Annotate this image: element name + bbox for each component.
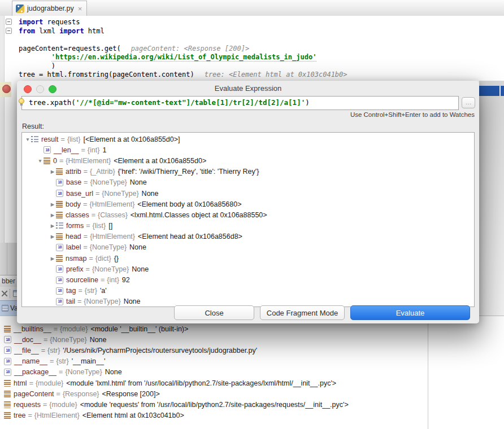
tree-row[interactable]: 18__len__={int}1: [22, 145, 474, 155]
tree-row[interactable]: ▼0={HtmlElement}<Element a at 0x106a855d…: [22, 155, 474, 166]
variable-name: head: [66, 233, 81, 240]
window-right-edge: [479, 81, 504, 316]
equals-sign: =: [83, 200, 87, 208]
minimize-window-icon[interactable]: [36, 85, 44, 93]
tree-row[interactable]: ▶nsmap={dict}{}: [22, 253, 474, 264]
expander-icon[interactable]: ▼: [24, 137, 31, 142]
tab-judograbber[interactable]: judograbber.py ×: [12, 1, 87, 16]
variable-type: {NoneType}: [92, 265, 129, 273]
expander-icon[interactable]: ▶: [49, 212, 56, 218]
expander-icon[interactable]: ▶: [49, 169, 56, 174]
tree-row[interactable]: ▶attrib={_Attrib}{'href': '/wiki/Thierry…: [22, 167, 474, 177]
equals-sign: =: [86, 222, 90, 230]
variable-row[interactable]: 18__package__={NoneType}None: [2, 367, 504, 378]
zoom-window-icon[interactable]: [49, 85, 57, 93]
python-file-icon: [16, 5, 24, 13]
variable-value: []: [108, 222, 112, 230]
close-button[interactable]: Close: [174, 305, 254, 320]
tree-row[interactable]: ▶forms={list}[]: [22, 221, 474, 231]
list-icon: [31, 136, 38, 143]
variable-type: {list}: [67, 135, 81, 143]
equals-sign: =: [86, 265, 90, 273]
close-icon[interactable]: ×: [78, 5, 82, 12]
tree-row[interactable]: 18sourceline={int}92: [22, 274, 474, 285]
equals-sign: =: [84, 168, 88, 176]
variable-name: requests: [14, 401, 41, 409]
expression-code: tree.xpath(: [29, 98, 76, 107]
object-icon: [4, 326, 11, 332]
variable-row[interactable]: html={module}<module 'lxml.html' from '/…: [2, 378, 504, 388]
code-line: from lxml import html: [19, 27, 347, 36]
expression-input[interactable]: tree.xpath('//*[@id="mw-content-text"]/t…: [21, 96, 459, 110]
variables-panel[interactable]: __builtins__={module}<module '__builtin_…: [0, 316, 504, 429]
equals-sign: =: [101, 276, 105, 284]
expander-icon[interactable]: ▶: [49, 202, 56, 207]
expand-expression-button[interactable]: …: [462, 97, 475, 108]
primitive-icon: 18: [56, 190, 63, 197]
close-icon[interactable]: [2, 291, 7, 296]
object-icon: [44, 157, 50, 164]
console-tab-label: bber: [2, 277, 15, 285]
breakpoint-icon[interactable]: [2, 85, 11, 93]
equals-sign: =: [89, 255, 93, 262]
code-line: pageContent=requests.get(pageContent: <R…: [19, 45, 347, 54]
variable-name: __package__: [14, 368, 57, 376]
tree-row[interactable]: ▶head={HtmlElement}<Element head at 0x10…: [22, 231, 474, 242]
list-icon: [56, 222, 63, 229]
tree-row[interactable]: ▶body={HtmlElement}<Element body at 0x10…: [22, 199, 474, 209]
expander-icon[interactable]: ▶: [49, 234, 56, 239]
variable-row[interactable]: requests={module}<module 'requests' from…: [2, 399, 504, 410]
code-fragment-mode-button[interactable]: Code Fragment Mode: [260, 305, 345, 320]
intention-bulb-icon[interactable]: [19, 98, 25, 106]
variable-name: base: [66, 178, 81, 186]
equals-sign: =: [43, 401, 47, 409]
equals-sign: =: [95, 190, 99, 198]
fold-collapse-icon[interactable]: [6, 28, 12, 34]
close-window-icon[interactable]: [24, 85, 32, 93]
variable-row[interactable]: 18__doc__={NoneType}None: [2, 334, 504, 345]
evaluate-button[interactable]: Evaluate: [350, 305, 470, 320]
expander-icon[interactable]: ▶: [49, 256, 56, 261]
variable-type: {HtmlElement}: [90, 233, 135, 240]
tree-row[interactable]: ▼result={list}[<Element a at 0x106a855d0…: [22, 134, 474, 145]
expander-icon[interactable]: ▶: [49, 223, 56, 229]
expander-icon[interactable]: ▼: [37, 158, 44, 164]
object-icon: [56, 201, 63, 208]
variable-name: classes: [66, 211, 89, 219]
variable-type: {list}: [93, 222, 106, 230]
debugger-inline-hint: tree: <Element html at 0x103c041b0>: [205, 71, 347, 78]
code-token: pageContent=requests.get(: [19, 45, 121, 52]
tree-row[interactable]: 18tag={str}'a': [22, 286, 474, 296]
variables-list: __builtins__={module}<module '__builtin_…: [2, 323, 504, 421]
object-icon: [4, 412, 11, 419]
variable-value: <module 'lxml.html' from '/usr/local/lib…: [66, 379, 336, 387]
fold-collapse-icon[interactable]: [6, 19, 12, 25]
variable-row[interactable]: 18__file__={str}'/Users/nik/PycharmProje…: [2, 345, 504, 356]
variable-row[interactable]: pageContent={Response}<Response [200]>: [2, 388, 504, 399]
primitive-icon: 18: [4, 336, 11, 343]
equals-sign: =: [77, 297, 81, 305]
tree-row[interactable]: 18label={NoneType}None: [22, 242, 474, 253]
variable-value: None: [132, 265, 149, 273]
variable-value: [<Element a at 0x106a855d0>]: [84, 135, 180, 143]
variable-row[interactable]: __builtins__={module}<module '__builtin_…: [2, 323, 504, 334]
equals-sign: =: [81, 146, 85, 154]
equals-sign: =: [84, 178, 88, 186]
variable-value: {}: [114, 255, 119, 262]
variable-row[interactable]: 18__name__={str}'__main__': [2, 356, 504, 367]
result-tree[interactable]: ▼result={list}[<Element a at 0x106a855d0…: [21, 132, 475, 307]
equals-sign: =: [44, 336, 47, 344]
tree-row[interactable]: 18base_url={NoneType}None: [22, 188, 474, 199]
tree-row[interactable]: ▶classes={Classes}<lxml.html.Classes obj…: [22, 209, 474, 220]
tree-row[interactable]: 18base={NoneType}None: [22, 177, 474, 188]
variable-value: 'a': [100, 287, 107, 295]
evaluate-expression-dialog: Evaluate Expression tree.xpath('//*[@id=…: [17, 81, 479, 323]
object-icon: [56, 255, 63, 262]
debugger-inline-hint: pageContent: <Response [200]>: [131, 45, 250, 52]
variable-value: '/Users/nik/PycharmProjects/routersurvey…: [63, 347, 257, 354]
expression-code: ): [305, 98, 310, 107]
editor-tab-bar: judograbber.py ×: [0, 0, 504, 16]
variable-value: <Element body at 0x106a85680>: [137, 200, 241, 208]
tree-row[interactable]: 18prefix={NoneType}None: [22, 264, 474, 274]
variable-row[interactable]: tree={HtmlElement}<Element html at 0x103…: [2, 410, 504, 421]
